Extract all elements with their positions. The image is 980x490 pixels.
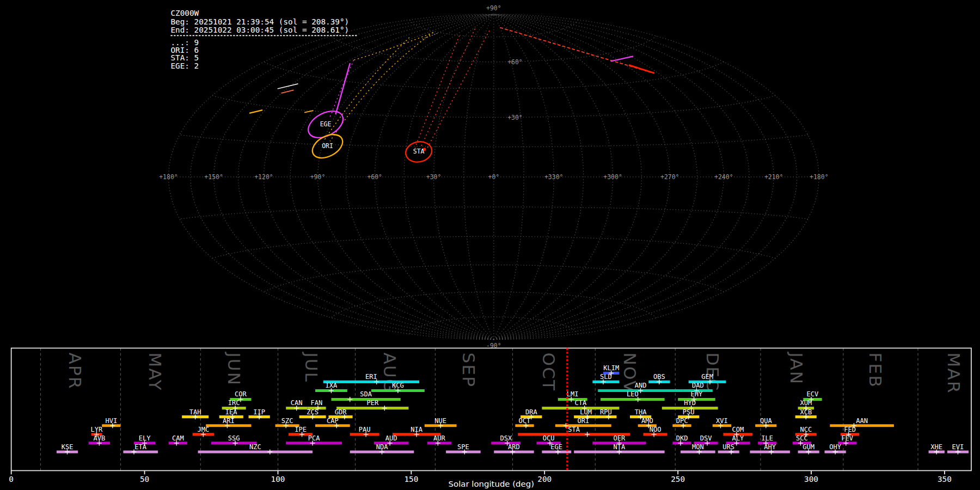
shower-code-label-PER: PER <box>366 399 379 407</box>
meteor-trail <box>415 35 460 147</box>
shower-code-label-HYD: HYD <box>684 399 696 407</box>
month-label-DEC: DEC <box>703 352 722 391</box>
meteor-trail <box>354 33 433 60</box>
shower-code-label-ARD: ARD <box>508 443 520 451</box>
longitude-label: +300° <box>603 173 622 181</box>
shower-code-label-NZC: NZC <box>249 443 261 451</box>
shower-code-label-LEO: LEO <box>627 390 639 398</box>
station-code: CZ000W <box>170 9 199 17</box>
shower-code-label-AMO: AMO <box>641 417 653 425</box>
longitude-label: +180° <box>810 173 829 181</box>
shower-code-label-IPE: IPE <box>295 426 307 433</box>
shower-code-label-NCC: NCC <box>800 426 812 433</box>
longitude-label: +90° <box>310 173 326 181</box>
longitude-label: +0° <box>488 173 500 181</box>
shower-code-label-NDA: NDA <box>376 443 389 451</box>
x-axis-title: Solar longitude (deg) <box>449 479 534 489</box>
shower-code-label-EVI: EVI <box>952 443 964 451</box>
shower-code-label-COR: COR <box>235 390 247 398</box>
meteor-trail <box>422 33 438 39</box>
meteor-trail <box>629 65 654 73</box>
shower-code-label-IEA: IEA <box>225 408 238 416</box>
grid-meridian <box>191 14 494 339</box>
longitude-label: +60° <box>367 173 382 181</box>
shower-code-label-DSV: DSV <box>700 434 712 442</box>
sky-map: EGEORISTA +180°+150°+120°+90°+60°+30°+0°… <box>159 4 828 349</box>
shower-code-label-NOO: NOO <box>650 426 661 433</box>
shower-code-label-IRC: IRC <box>228 399 240 407</box>
shower-code-label-EGE: EGE <box>550 443 562 451</box>
x-tick-label: 50 <box>140 475 149 483</box>
shower-code-label-FAN: FAN <box>311 399 323 407</box>
shower-code-label-QUA: QUA <box>760 417 773 425</box>
shower-code-label-IXA: IXA <box>326 382 338 389</box>
x-tick-label: 250 <box>671 475 685 483</box>
x-tick-label: 150 <box>404 475 418 483</box>
shower-code-label-AUR: AUR <box>433 434 446 442</box>
shower-code-label-TAH: TAH <box>189 408 201 416</box>
observation-info: CZ000W Beg: 20251021 21:39:54 (sol = 208… <box>170 9 358 70</box>
shower-code-label-ORI: ORI <box>577 417 589 425</box>
meteor-trail <box>329 60 354 119</box>
shower-code-label-KLIM: KLIM <box>603 364 619 372</box>
shower-code-label-PSU: PSU <box>683 408 695 416</box>
plot-canvas: EGEORISTA +180°+150°+120°+90°+60°+30°+0°… <box>0 0 980 490</box>
longitude-label: +270° <box>660 173 679 181</box>
shower-count: EGE: 2 <box>170 62 199 70</box>
month-label-SEP: SEP <box>459 352 479 388</box>
x-tick-label: 0 <box>9 475 14 483</box>
shower-code-label-SCC: SCC <box>796 434 808 442</box>
shower-code-label-HVI: HVI <box>105 417 117 425</box>
shower-code-label-ARI: ARI <box>223 417 235 425</box>
shower-code-label-MON: MON <box>692 443 704 451</box>
shower-code-label-DAD: DAD <box>692 382 704 389</box>
latitude-label: +60° <box>507 58 523 66</box>
shower-code-label-ERI: ERI <box>365 373 377 381</box>
shower-code-label-COM: COM <box>732 426 744 433</box>
month-label-FEB: FEB <box>866 352 885 388</box>
activity-timeline: APRMAYJUNJULAUGSEPOCTNOVDECJANFEBMAR KLI… <box>9 348 971 489</box>
shower-code-label-DPC: DPC <box>676 417 688 425</box>
grid-meridian <box>434 14 494 339</box>
meteor-trail <box>304 111 313 112</box>
longitude-label: +210° <box>764 173 783 181</box>
shower-count-list: ...: 9ORI: 6STA: 5EGE: 2 <box>170 38 199 70</box>
shower-code-label-IIP: IIP <box>253 408 265 416</box>
meteor-observation-screen: EGEORISTA +180°+150°+120°+90°+60°+30°+0°… <box>0 0 980 490</box>
longitude-label: +330° <box>544 173 564 181</box>
end-time-line: End: 20251022 03:00:45 (sol = 208.61°) <box>170 26 349 34</box>
shower-code-label-STA: STA <box>568 426 580 433</box>
shower-code-label-LYR: LYR <box>90 426 103 433</box>
shower-code-label-EHY: EHY <box>691 390 703 398</box>
shower-code-label-ILE: ILE <box>761 434 773 442</box>
grid-meridian <box>494 14 797 339</box>
meteor-trail <box>330 33 433 142</box>
month-label-MAY: MAY <box>145 352 165 391</box>
month-label-JAN: JAN <box>787 351 806 385</box>
shower-code-label-LMI: LMI <box>567 390 579 398</box>
shower-code-label-PCA: PCA <box>308 434 321 442</box>
shower-code-label-URS: URS <box>722 443 734 451</box>
month-label-MAR: MAR <box>944 352 964 394</box>
shower-code-label-CTA: CTA <box>574 399 587 407</box>
shower-code-label-RPU: RPU <box>600 408 612 416</box>
shower-code-label-ZCS: ZCS <box>307 408 318 416</box>
shower-code-label-SSG: SSG <box>228 434 240 442</box>
shower-code-label-SLD: SLD <box>600 373 612 381</box>
shower-code-label-KCG: KCG <box>392 382 404 389</box>
shower-code-label-AAN: AAN <box>856 417 868 425</box>
shower-code-label-XVI: XVI <box>716 417 728 425</box>
latitude-label: +30° <box>507 114 523 121</box>
meteor-trail <box>611 56 633 61</box>
grid-meridian <box>404 14 494 339</box>
x-tick-label: 350 <box>938 475 952 483</box>
shower-code-label-ELY: ELY <box>139 434 151 442</box>
meteor-trail <box>281 90 294 93</box>
shower-code-label-NIA: NIA <box>411 426 423 433</box>
shower-code-label-FED: FED <box>844 426 856 433</box>
shower-code-label-AHY: AHY <box>764 443 776 451</box>
shower-code-label-CAP: CAP <box>327 417 339 425</box>
map-coordinate-labels: +180°+150°+120°+90°+60°+30°+0°+330°+300°… <box>159 4 828 349</box>
shower-code-label-OCU: OCU <box>543 434 555 442</box>
shower-code-label-CAN: CAN <box>291 399 303 407</box>
